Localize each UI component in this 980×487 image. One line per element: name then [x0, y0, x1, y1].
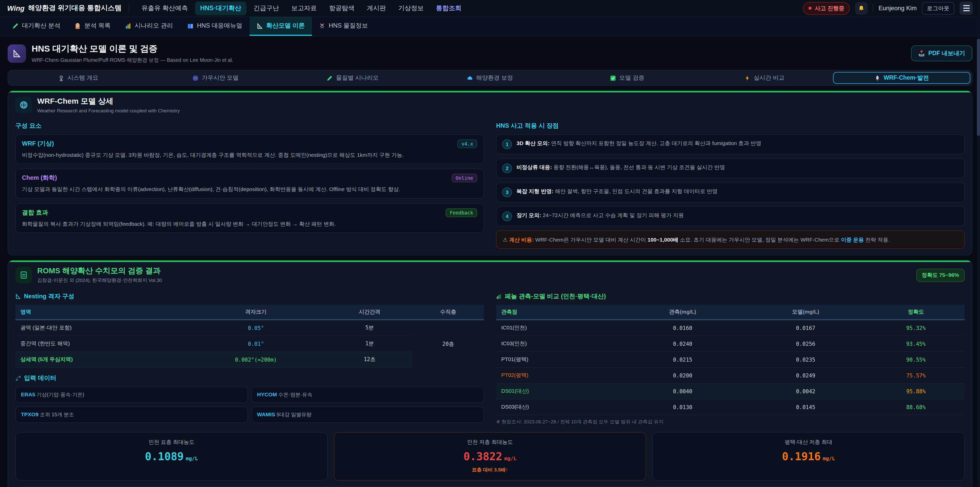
advantage-text: 풍향 전환(해풍↔육풍), 돌풍, 전선 통과 등 시변 기상 조건을 실시간 …	[552, 164, 725, 170]
nav-item-weather[interactable]: 기상정보	[393, 1, 429, 15]
input-data-card: TPXO9 조위 15개 분조	[15, 407, 248, 423]
advantage-title: 비정상류 대응:	[517, 164, 552, 170]
dna-icon	[319, 23, 325, 29]
bell-icon	[858, 5, 865, 11]
nav-item-reports[interactable]: 보고자료	[286, 1, 322, 15]
tab-model-validation[interactable]: 모델 검증	[558, 72, 696, 84]
wrf-section-header: WRF-Chem 모델 상세 Weather Research and Fore…	[15, 97, 965, 113]
table-row: DS03(대산) 0.0130 0.0145 88.68%	[496, 399, 965, 415]
page-subtitle: WRF-Chem·Gaussian Plume/Puff·ROMS·해양환경 보…	[32, 57, 233, 64]
tab-label: 실시간 비교	[754, 74, 784, 82]
sub-navbar: 대기확산 분석 분석 목록 시나리오 관리 HNS 대응매뉴얼 확산모델 이론 …	[0, 17, 980, 36]
stat-card-pyeongtaek-daesan-bottom: 평택·대산 저층 최대 0.1916mg/L	[652, 432, 965, 481]
nav-item-board[interactable]: 게시판	[362, 1, 391, 15]
table-row: IC03(인천) 0.0240 0.0256 93.45%	[496, 336, 965, 352]
accuracy-value: 95.32%	[867, 320, 965, 336]
component-title: Chem (화학)	[22, 174, 57, 183]
station-id: PT02(평택)	[496, 368, 621, 383]
app-logo[interactable]: Wing 해양환경 위기대응 통합시스템	[7, 3, 121, 13]
component-card-chem: Chem (화학) Online 기상 모델과 동일한 시간 스텝에서 화학종의…	[15, 169, 484, 199]
observed-value: 0.0200	[621, 368, 744, 383]
tab-system-overview[interactable]: 시스템 개요	[10, 72, 147, 84]
dataset-name: TPXO9	[21, 411, 38, 418]
nav-divider	[129, 4, 129, 12]
nav-item-hns-atmos[interactable]: HNS·대기확산	[195, 1, 246, 15]
nesting-heading: Nesting 격자 구성	[15, 292, 484, 301]
subnav-atmos-analysis[interactable]: 대기확산 분석	[5, 17, 68, 36]
book-icon	[187, 23, 193, 29]
tab-label: 가우시안 모델	[202, 74, 239, 82]
subnav-label: 분석 목록	[84, 21, 111, 30]
dataset-desc: 기상(기압·풍속·기온)	[35, 392, 84, 398]
user-name: Eunjeong Kim	[879, 5, 917, 12]
tab-gaussian-model[interactable]: 가우시안 모델	[147, 72, 284, 84]
table-row: 광역 (일본·대만 포함) 0.05° 5분 20층	[15, 320, 484, 336]
nav-item-aerial-search[interactable]: 항공탐색	[324, 1, 360, 15]
dataset-name: HYCOM	[257, 391, 277, 398]
dataset-desc: 5대강 일별유량	[275, 412, 311, 418]
station-id: IC01(인천)	[496, 320, 621, 336]
observed-value: 0.0240	[621, 336, 744, 352]
component-title: 결합 효과	[22, 208, 48, 217]
pdf-export-button[interactable]: PDF 내보내기	[911, 45, 972, 61]
comparison-heading: 페놀 관측-모델 비교 (인천·평택·대산)	[496, 292, 965, 301]
tab-label: 해양환경 보정	[476, 74, 513, 82]
subnav-label: 대기확산 분석	[22, 21, 60, 30]
advantage-title: 3D 확산 모의:	[517, 140, 550, 146]
domain-name: 중간역 (한반도 해역)	[15, 336, 185, 352]
column-header: 관측점	[496, 305, 621, 320]
component-description: 비정수압(non-hydrostatic) 중규모 기상 모델. 3차원 바람장…	[22, 151, 477, 159]
time-step: 5분	[327, 320, 412, 336]
subnav-analysis-list[interactable]: 분석 목록	[68, 17, 118, 36]
menu-button[interactable]	[959, 2, 973, 15]
grid-size: 0.05°	[185, 320, 327, 336]
cost-label: 계산 비용:	[509, 236, 534, 243]
tab-marine-correction[interactable]: 해양환경 보정	[422, 72, 558, 84]
step-number: 3	[502, 187, 512, 197]
nav-item-integrated-search[interactable]: 통합조회	[431, 1, 466, 15]
tab-wrf-chem-future[interactable]: WRF-Chem·발전	[833, 72, 970, 84]
step-number: 4	[502, 211, 512, 221]
app-title: 해양환경 위기대응 통합시스템	[28, 3, 121, 13]
logout-button[interactable]: 로그아웃	[922, 2, 955, 14]
accuracy-value: 88.68%	[867, 399, 965, 415]
column-header: 정확도	[867, 305, 965, 320]
subnav-hns-substance-info[interactable]: HNS 물질정보	[312, 17, 375, 36]
dataset-desc: 수온·염분·유속	[277, 392, 312, 398]
column-header: 관측(mg/L)	[621, 305, 744, 320]
bar-chart-icon	[496, 294, 502, 300]
component-card-coupling: 결합 효과 Feedback 화학물질의 복사 효과가 기상장에 되먹임(fee…	[15, 203, 484, 233]
link-icon	[15, 376, 21, 381]
step-number: 1	[502, 139, 512, 149]
subnav-diffusion-model-theory[interactable]: 확산모델 이론	[249, 17, 312, 36]
roms-section-header: ROMS 해양확산 수치모의 검증 결과 김창겸·이문진 외 (2024), 한…	[15, 267, 965, 284]
stat-label: 인천 저층 최대농도	[339, 439, 641, 446]
scrollbar-thumb[interactable]	[977, 39, 980, 136]
stat-value: 0.3822	[463, 451, 502, 463]
advantage-text: 연직 방향 확산까지 포함한 정밀 농도장 계산. 고층 대기로의 확산과 fu…	[550, 140, 762, 146]
grid-size: 0.002°(≈200m)	[185, 352, 327, 368]
subnav-scenario-management[interactable]: 시나리오 관리	[118, 17, 180, 36]
version-badge: v4.x	[457, 139, 477, 148]
tab-substance-scenarios[interactable]: 물질별 시나리오	[284, 72, 422, 84]
logo-mark: Wing	[7, 4, 24, 12]
incident-status-badge[interactable]: 사고 진행중	[803, 2, 850, 14]
top-navbar: Wing 해양환경 위기대응 통합시스템 유출유 확산예측 HNS·대기확산 긴…	[0, 0, 980, 17]
tab-realtime-comparison[interactable]: 실시간 비교	[696, 72, 833, 84]
nesting-column: Nesting 격자 구성 영역 격자크기 시간간격 수직층 광역 (일본·대만	[15, 288, 484, 426]
stat-value: 0.1916	[782, 451, 821, 463]
nav-item-rescue[interactable]: 긴급구난	[248, 1, 284, 15]
subnav-hns-manual[interactable]: HNS 대응매뉴얼	[180, 17, 249, 36]
warning-icon: ⚠	[503, 236, 508, 243]
model-value: 0.0042	[744, 383, 867, 399]
stat-unit: mg/L	[823, 456, 835, 461]
notifications-button[interactable]	[855, 2, 868, 14]
page-scrollbar[interactable]	[977, 0, 980, 487]
phenol-comparison-table: 관측점 관측(mg/L) 모델(mg/L) 정확도 IC01(인천) 0.016…	[496, 305, 965, 415]
table-row: IC01(인천) 0.0160 0.0167 95.32%	[496, 320, 965, 336]
table-row: PT01(평택) 0.0215 0.0235 90.55%	[496, 352, 965, 368]
nav-item-oil-spill[interactable]: 유출유 확산예측	[136, 1, 193, 15]
column-header: 모델(mg/L)	[744, 305, 867, 320]
wrf-section-subtitle: Weather Research and Forecasting model c…	[37, 108, 180, 113]
tab-label: 물질별 시나리오	[336, 74, 379, 82]
